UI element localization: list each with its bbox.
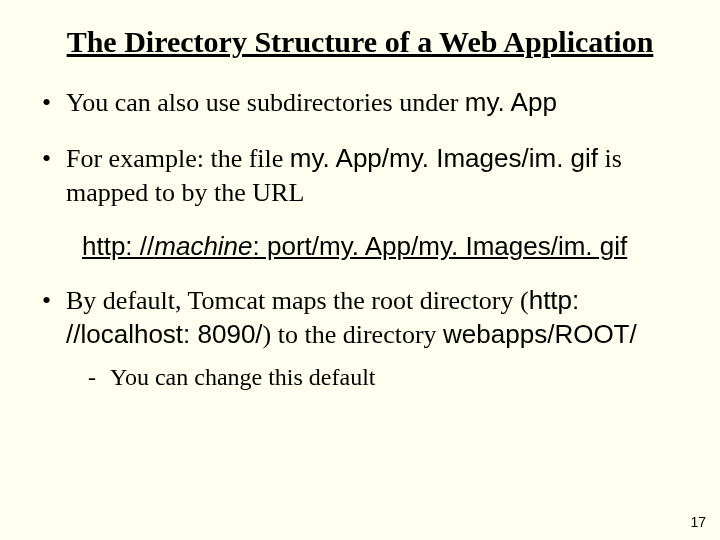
bullet-3-dir: webapps/ROOT/: [443, 319, 637, 349]
url-pre: http: //: [82, 231, 154, 261]
bullet-2-pre: For example: the file: [66, 144, 290, 173]
bullet-2-code: my. App/my. Images/im. gif: [290, 143, 598, 173]
bullet-1-code: my. App: [465, 87, 557, 117]
bullet-3-pre: By default, Tomcat maps the root directo…: [66, 286, 529, 315]
bullet-list-2: By default, Tomcat maps the root directo…: [40, 284, 680, 393]
bullet-item-2: For example: the file my. App/my. Images…: [40, 142, 680, 210]
url-machine: machine: [154, 231, 252, 261]
bullet-item-3: By default, Tomcat maps the root directo…: [40, 284, 680, 393]
sub-bullet-1: You can change this default: [88, 362, 680, 393]
example-url: http: //machine: port/my. App/my. Images…: [82, 231, 680, 262]
bullet-list: You can also use subdirectories under my…: [40, 86, 680, 209]
bullet-3-mid: ) to the directory: [263, 320, 444, 349]
page-number: 17: [690, 514, 706, 530]
sub-bullet-list: You can change this default: [88, 362, 680, 393]
slide-title: The Directory Structure of a Web Applica…: [40, 24, 680, 60]
bullet-1-text: You can also use subdirectories under: [66, 88, 465, 117]
slide: The Directory Structure of a Web Applica…: [0, 0, 720, 540]
bullet-item-1: You can also use subdirectories under my…: [40, 86, 680, 120]
url-post: : port/my. App/my. Images/im. gif: [253, 231, 628, 261]
